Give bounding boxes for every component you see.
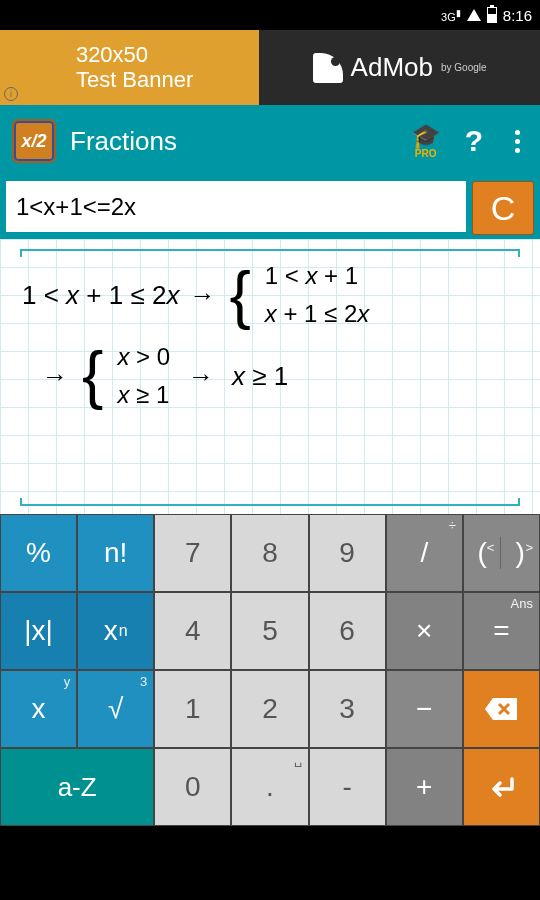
ad-left: 320x50Test Banner: [0, 43, 259, 91]
key-percent[interactable]: %: [1, 515, 76, 591]
ad-right: AdMobby Google: [259, 52, 540, 83]
backspace-icon: [483, 696, 519, 722]
key-neg[interactable]: -: [310, 749, 385, 825]
input-row: C: [0, 177, 540, 239]
status-bar: 3G▮ 8:16: [0, 0, 540, 30]
graduation-cap-icon: 🎓: [411, 124, 441, 148]
key-power[interactable]: xn: [78, 593, 153, 669]
ad-info-icon[interactable]: i: [4, 87, 18, 101]
key-5[interactable]: 5: [232, 593, 307, 669]
key-4[interactable]: 4: [155, 593, 230, 669]
keypad-real: % n! 7 8 9 /÷ (< )> |x| xn 4 5 6 × =Ans …: [0, 514, 540, 826]
admob-logo-icon: [313, 53, 343, 83]
key-7[interactable]: 7: [155, 515, 230, 591]
key-alpha[interactable]: a-Z: [1, 749, 153, 825]
key-plus[interactable]: +: [387, 749, 462, 825]
clear-button[interactable]: C: [472, 181, 534, 235]
key-divide[interactable]: /÷: [387, 515, 462, 591]
key-parens[interactable]: (< )>: [464, 515, 539, 591]
help-button[interactable]: ?: [455, 124, 493, 158]
app-icon[interactable]: x/2: [12, 119, 56, 163]
net-indicator: 3G▮: [441, 8, 461, 23]
signal-icon: [467, 9, 481, 21]
page-title: Fractions: [70, 126, 397, 157]
key-x[interactable]: xy: [1, 671, 76, 747]
key-backspace[interactable]: [464, 671, 539, 747]
key-9[interactable]: 9: [310, 515, 385, 591]
enter-icon: [486, 775, 516, 799]
overflow-menu-button[interactable]: [507, 130, 528, 153]
key-multiply[interactable]: ×: [387, 593, 462, 669]
key-minus[interactable]: −: [387, 671, 462, 747]
key-abs[interactable]: |x|: [1, 593, 76, 669]
key-equals[interactable]: =Ans: [464, 593, 539, 669]
work-area: 1 < x + 1 ≤ 2x → { 1 < x + 1 x + 1 ≤ 2x …: [0, 239, 540, 514]
key-8[interactable]: 8: [232, 515, 307, 591]
solution-line-2: → { x > 0 x ≥ 1 → x ≥ 1: [42, 338, 518, 415]
solution-line-1: 1 < x + 1 ≤ 2x → { 1 < x + 1 x + 1 ≤ 2x: [22, 257, 518, 334]
ad-banner[interactable]: i 320x50Test Banner AdMobby Google: [0, 30, 540, 105]
expression-input[interactable]: [6, 181, 466, 235]
battery-icon: [487, 7, 497, 23]
key-1[interactable]: 1: [155, 671, 230, 747]
key-dot[interactable]: .␣: [232, 749, 307, 825]
key-2[interactable]: 2: [232, 671, 307, 747]
key-3[interactable]: 3: [310, 671, 385, 747]
key-factorial[interactable]: n!: [78, 515, 153, 591]
key-enter[interactable]: [464, 749, 539, 825]
clock: 8:16: [503, 7, 532, 24]
key-6[interactable]: 6: [310, 593, 385, 669]
pro-button[interactable]: 🎓 PRO: [411, 124, 441, 159]
key-sqrt[interactable]: √3: [78, 671, 153, 747]
key-0[interactable]: 0: [155, 749, 230, 825]
action-bar: x/2 Fractions 🎓 PRO ?: [0, 105, 540, 177]
